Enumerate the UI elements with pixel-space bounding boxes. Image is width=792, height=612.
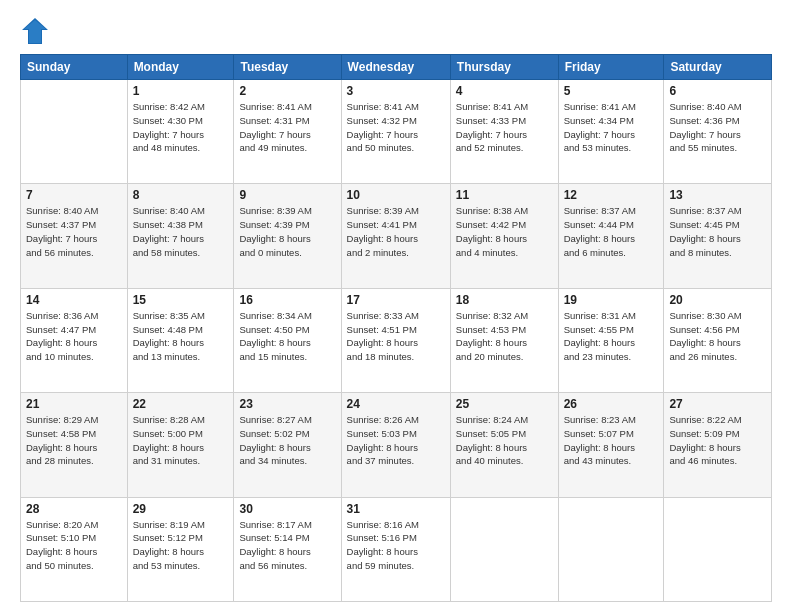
calendar-cell: 12Sunrise: 8:37 AM Sunset: 4:44 PM Dayli… — [558, 184, 664, 288]
day-number: 30 — [239, 502, 335, 516]
day-info: Sunrise: 8:23 AM Sunset: 5:07 PM Dayligh… — [564, 413, 659, 468]
page: SundayMondayTuesdayWednesdayThursdayFrid… — [0, 0, 792, 612]
day-number: 16 — [239, 293, 335, 307]
day-number: 5 — [564, 84, 659, 98]
calendar-cell — [558, 497, 664, 601]
calendar-cell: 31Sunrise: 8:16 AM Sunset: 5:16 PM Dayli… — [341, 497, 450, 601]
calendar-cell: 28Sunrise: 8:20 AM Sunset: 5:10 PM Dayli… — [21, 497, 128, 601]
day-number: 18 — [456, 293, 553, 307]
day-number: 15 — [133, 293, 229, 307]
calendar-week-row: 7Sunrise: 8:40 AM Sunset: 4:37 PM Daylig… — [21, 184, 772, 288]
svg-marker-1 — [24, 20, 46, 43]
calendar-cell: 1Sunrise: 8:42 AM Sunset: 4:30 PM Daylig… — [127, 80, 234, 184]
day-info: Sunrise: 8:39 AM Sunset: 4:39 PM Dayligh… — [239, 204, 335, 259]
day-info: Sunrise: 8:19 AM Sunset: 5:12 PM Dayligh… — [133, 518, 229, 573]
day-number: 23 — [239, 397, 335, 411]
calendar-day-header: Sunday — [21, 55, 128, 80]
day-info: Sunrise: 8:38 AM Sunset: 4:42 PM Dayligh… — [456, 204, 553, 259]
day-info: Sunrise: 8:42 AM Sunset: 4:30 PM Dayligh… — [133, 100, 229, 155]
calendar-cell: 20Sunrise: 8:30 AM Sunset: 4:56 PM Dayli… — [664, 288, 772, 392]
day-number: 31 — [347, 502, 445, 516]
calendar-cell: 19Sunrise: 8:31 AM Sunset: 4:55 PM Dayli… — [558, 288, 664, 392]
logo-icon — [20, 16, 50, 46]
day-number: 28 — [26, 502, 122, 516]
day-info: Sunrise: 8:22 AM Sunset: 5:09 PM Dayligh… — [669, 413, 766, 468]
day-info: Sunrise: 8:36 AM Sunset: 4:47 PM Dayligh… — [26, 309, 122, 364]
day-number: 20 — [669, 293, 766, 307]
calendar-cell: 6Sunrise: 8:40 AM Sunset: 4:36 PM Daylig… — [664, 80, 772, 184]
day-info: Sunrise: 8:37 AM Sunset: 4:44 PM Dayligh… — [564, 204, 659, 259]
day-number: 7 — [26, 188, 122, 202]
day-info: Sunrise: 8:29 AM Sunset: 4:58 PM Dayligh… — [26, 413, 122, 468]
day-number: 10 — [347, 188, 445, 202]
calendar-cell: 23Sunrise: 8:27 AM Sunset: 5:02 PM Dayli… — [234, 393, 341, 497]
day-info: Sunrise: 8:39 AM Sunset: 4:41 PM Dayligh… — [347, 204, 445, 259]
day-info: Sunrise: 8:33 AM Sunset: 4:51 PM Dayligh… — [347, 309, 445, 364]
calendar-cell: 8Sunrise: 8:40 AM Sunset: 4:38 PM Daylig… — [127, 184, 234, 288]
day-info: Sunrise: 8:37 AM Sunset: 4:45 PM Dayligh… — [669, 204, 766, 259]
day-number: 24 — [347, 397, 445, 411]
day-number: 17 — [347, 293, 445, 307]
calendar-cell: 14Sunrise: 8:36 AM Sunset: 4:47 PM Dayli… — [21, 288, 128, 392]
calendar-week-row: 28Sunrise: 8:20 AM Sunset: 5:10 PM Dayli… — [21, 497, 772, 601]
calendar-cell: 24Sunrise: 8:26 AM Sunset: 5:03 PM Dayli… — [341, 393, 450, 497]
calendar-cell: 25Sunrise: 8:24 AM Sunset: 5:05 PM Dayli… — [450, 393, 558, 497]
day-info: Sunrise: 8:24 AM Sunset: 5:05 PM Dayligh… — [456, 413, 553, 468]
calendar-cell: 29Sunrise: 8:19 AM Sunset: 5:12 PM Dayli… — [127, 497, 234, 601]
calendar-cell: 9Sunrise: 8:39 AM Sunset: 4:39 PM Daylig… — [234, 184, 341, 288]
calendar-cell: 11Sunrise: 8:38 AM Sunset: 4:42 PM Dayli… — [450, 184, 558, 288]
calendar-day-header: Saturday — [664, 55, 772, 80]
calendar-cell: 21Sunrise: 8:29 AM Sunset: 4:58 PM Dayli… — [21, 393, 128, 497]
day-info: Sunrise: 8:30 AM Sunset: 4:56 PM Dayligh… — [669, 309, 766, 364]
calendar-week-row: 1Sunrise: 8:42 AM Sunset: 4:30 PM Daylig… — [21, 80, 772, 184]
day-number: 3 — [347, 84, 445, 98]
calendar-day-header: Thursday — [450, 55, 558, 80]
day-number: 29 — [133, 502, 229, 516]
calendar-day-header: Wednesday — [341, 55, 450, 80]
calendar-cell: 18Sunrise: 8:32 AM Sunset: 4:53 PM Dayli… — [450, 288, 558, 392]
calendar-header-row: SundayMondayTuesdayWednesdayThursdayFrid… — [21, 55, 772, 80]
calendar-cell: 26Sunrise: 8:23 AM Sunset: 5:07 PM Dayli… — [558, 393, 664, 497]
calendar: SundayMondayTuesdayWednesdayThursdayFrid… — [20, 54, 772, 602]
day-number: 11 — [456, 188, 553, 202]
day-info: Sunrise: 8:26 AM Sunset: 5:03 PM Dayligh… — [347, 413, 445, 468]
day-number: 25 — [456, 397, 553, 411]
day-info: Sunrise: 8:34 AM Sunset: 4:50 PM Dayligh… — [239, 309, 335, 364]
day-info: Sunrise: 8:16 AM Sunset: 5:16 PM Dayligh… — [347, 518, 445, 573]
day-info: Sunrise: 8:28 AM Sunset: 5:00 PM Dayligh… — [133, 413, 229, 468]
day-info: Sunrise: 8:31 AM Sunset: 4:55 PM Dayligh… — [564, 309, 659, 364]
header — [20, 16, 772, 46]
day-info: Sunrise: 8:41 AM Sunset: 4:32 PM Dayligh… — [347, 100, 445, 155]
day-info: Sunrise: 8:40 AM Sunset: 4:37 PM Dayligh… — [26, 204, 122, 259]
calendar-cell: 16Sunrise: 8:34 AM Sunset: 4:50 PM Dayli… — [234, 288, 341, 392]
calendar-cell: 2Sunrise: 8:41 AM Sunset: 4:31 PM Daylig… — [234, 80, 341, 184]
day-number: 27 — [669, 397, 766, 411]
calendar-day-header: Tuesday — [234, 55, 341, 80]
day-number: 8 — [133, 188, 229, 202]
calendar-cell: 7Sunrise: 8:40 AM Sunset: 4:37 PM Daylig… — [21, 184, 128, 288]
calendar-cell: 27Sunrise: 8:22 AM Sunset: 5:09 PM Dayli… — [664, 393, 772, 497]
calendar-cell — [450, 497, 558, 601]
calendar-cell: 5Sunrise: 8:41 AM Sunset: 4:34 PM Daylig… — [558, 80, 664, 184]
calendar-week-row: 14Sunrise: 8:36 AM Sunset: 4:47 PM Dayli… — [21, 288, 772, 392]
calendar-cell: 4Sunrise: 8:41 AM Sunset: 4:33 PM Daylig… — [450, 80, 558, 184]
day-info: Sunrise: 8:20 AM Sunset: 5:10 PM Dayligh… — [26, 518, 122, 573]
day-number: 2 — [239, 84, 335, 98]
day-number: 4 — [456, 84, 553, 98]
calendar-cell: 3Sunrise: 8:41 AM Sunset: 4:32 PM Daylig… — [341, 80, 450, 184]
day-number: 13 — [669, 188, 766, 202]
day-info: Sunrise: 8:41 AM Sunset: 4:31 PM Dayligh… — [239, 100, 335, 155]
day-number: 6 — [669, 84, 766, 98]
day-info: Sunrise: 8:32 AM Sunset: 4:53 PM Dayligh… — [456, 309, 553, 364]
calendar-cell: 17Sunrise: 8:33 AM Sunset: 4:51 PM Dayli… — [341, 288, 450, 392]
calendar-cell — [664, 497, 772, 601]
day-info: Sunrise: 8:40 AM Sunset: 4:38 PM Dayligh… — [133, 204, 229, 259]
day-info: Sunrise: 8:35 AM Sunset: 4:48 PM Dayligh… — [133, 309, 229, 364]
logo — [20, 16, 54, 46]
calendar-day-header: Monday — [127, 55, 234, 80]
day-number: 19 — [564, 293, 659, 307]
calendar-cell: 10Sunrise: 8:39 AM Sunset: 4:41 PM Dayli… — [341, 184, 450, 288]
day-number: 22 — [133, 397, 229, 411]
day-number: 9 — [239, 188, 335, 202]
calendar-cell: 22Sunrise: 8:28 AM Sunset: 5:00 PM Dayli… — [127, 393, 234, 497]
